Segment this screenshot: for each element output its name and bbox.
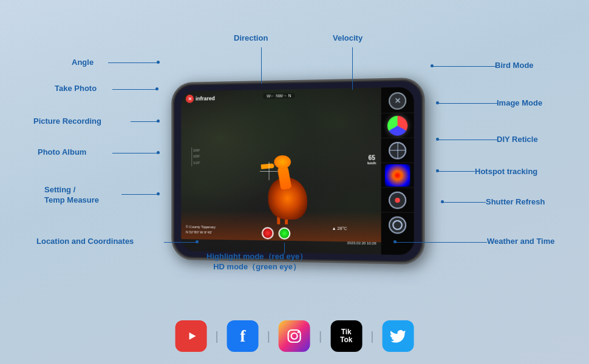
setting-line bbox=[121, 194, 157, 195]
diy-reticle-label: DIY Reticle bbox=[497, 135, 538, 144]
location-line bbox=[164, 242, 197, 243]
photo-album-dot bbox=[157, 151, 160, 154]
direction-label: Direction bbox=[234, 33, 268, 43]
hotspot-tracking-label: Hotspot tracking bbox=[475, 167, 537, 177]
youtube-icon[interactable] bbox=[175, 320, 207, 352]
svg-marker-14 bbox=[189, 332, 196, 340]
diy-reticle-cell[interactable] bbox=[381, 138, 414, 163]
picture-recording-label: Picture Recording bbox=[33, 116, 101, 126]
social-divider-4: | bbox=[370, 329, 373, 343]
svg-point-17 bbox=[298, 331, 299, 333]
take-photo-line bbox=[112, 89, 156, 90]
shutter-line bbox=[443, 202, 486, 203]
svg-point-16 bbox=[291, 333, 298, 339]
hotspot-icon-cell[interactable] bbox=[381, 188, 414, 213]
facebook-icon[interactable]: f bbox=[227, 320, 259, 352]
direction-line bbox=[261, 47, 262, 84]
weather-time-line bbox=[396, 242, 487, 243]
image-mode-label: Image Mode bbox=[497, 98, 542, 108]
hotspot-tracking-cell[interactable] bbox=[381, 163, 414, 188]
weather-time-dot bbox=[393, 240, 397, 243]
phone-mockup: ✕ infrared W← NW→ N 65 km/h ▲ 28°C © Cou… bbox=[171, 78, 424, 265]
photo-album-label: Photo Album bbox=[38, 147, 86, 157]
weather-time-label: Weather and Time bbox=[487, 237, 555, 246]
shutter-refresh-label: Shutter Refresh bbox=[486, 197, 545, 207]
hotspot-dot bbox=[436, 169, 439, 172]
angle-dot bbox=[157, 61, 160, 64]
take-photo-dot bbox=[155, 87, 158, 90]
right-mode-panel: ✕ bbox=[381, 87, 414, 255]
velocity-line bbox=[352, 47, 353, 90]
hotspot-line bbox=[438, 171, 475, 172]
angle-label: Angle bbox=[72, 58, 94, 67]
twitter-icon[interactable] bbox=[382, 320, 414, 352]
social-bar: | f | | TikTok | bbox=[175, 320, 414, 352]
picture-recording-dot bbox=[157, 120, 160, 123]
location-label: Location and Coordinates bbox=[36, 237, 134, 246]
social-divider-1: | bbox=[216, 329, 219, 343]
bird-mode-icon[interactable]: ✕ bbox=[389, 92, 406, 109]
angle-line bbox=[108, 62, 157, 63]
bird-mode-cell[interactable]: ✕ bbox=[381, 88, 414, 113]
social-divider-2: | bbox=[267, 329, 270, 343]
image-mode-dot bbox=[436, 101, 439, 104]
shutter-refresh-cell[interactable] bbox=[381, 212, 414, 238]
setting-dot bbox=[157, 192, 160, 195]
diy-reticle-icon[interactable] bbox=[389, 141, 406, 159]
bird-mode-label: Bird Mode bbox=[495, 61, 534, 70]
image-mode-cell[interactable] bbox=[381, 113, 414, 138]
photo-album-line bbox=[112, 153, 158, 153]
phone-body: ✕ infrared W← NW→ N 65 km/h ▲ 28°C © Cou… bbox=[171, 78, 424, 265]
tiktok-icon[interactable]: TikTok bbox=[330, 320, 362, 352]
phone-screen: ✕ infrared W← NW→ N 65 km/h ▲ 28°C © Cou… bbox=[181, 87, 414, 255]
highlight-mode-label: Highlight mode（red eye）HD mode（green eye… bbox=[206, 252, 307, 272]
bird-mode-dot bbox=[431, 64, 434, 67]
hotspot-crosshair-icon[interactable] bbox=[389, 191, 406, 209]
hotspot-thermal-preview bbox=[385, 164, 410, 186]
image-mode-icon[interactable] bbox=[387, 115, 407, 135]
image-mode-line bbox=[438, 103, 497, 104]
social-divider-3: | bbox=[319, 329, 322, 343]
diy-reticle-dot bbox=[436, 138, 439, 141]
take-photo-label: Take Photo bbox=[55, 84, 97, 93]
bird-mode-line bbox=[432, 66, 495, 67]
instagram-icon[interactable] bbox=[279, 320, 310, 352]
shutter-refresh-icon[interactable] bbox=[389, 217, 406, 234]
setting-label: Setting /Temp Measure bbox=[44, 185, 99, 206]
picture-recording-line bbox=[131, 121, 158, 122]
shutter-dot bbox=[441, 200, 444, 203]
velocity-label: Velocity bbox=[333, 33, 363, 43]
diy-reticle-line bbox=[438, 140, 497, 140]
location-dot bbox=[196, 240, 199, 243]
camera-view: ✕ infrared W← NW→ N 65 km/h ▲ 28°C © Cou… bbox=[181, 87, 381, 254]
highlight-line1 bbox=[284, 243, 285, 254]
